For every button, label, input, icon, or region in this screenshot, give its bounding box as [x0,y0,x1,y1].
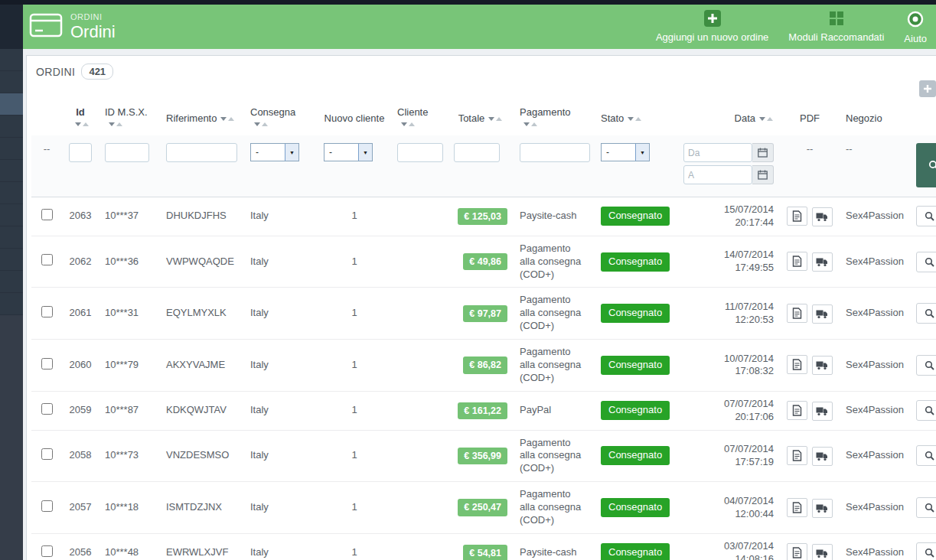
row-checkbox[interactable] [41,403,53,415]
sidebar-item[interactable] [0,160,23,182]
column-header-id-m-s-x-[interactable]: ID M.S.X. [99,99,160,135]
filter-empty: -- [807,143,814,155]
view-order-button[interactable] [916,497,936,518]
cell-date: 11/07/2014 [683,301,774,314]
cell-cliente [391,391,448,430]
column-header-riferimento[interactable]: Riferimento [160,99,244,135]
cell-riferimento: KDKQWJTAV [160,391,244,430]
filter-riferimento-input[interactable] [166,143,237,162]
add-new-button[interactable] [919,80,936,97]
sidebar-item[interactable] [0,182,23,204]
filter-cliente-input[interactable] [397,143,443,162]
row-checkbox[interactable] [41,448,53,460]
cell-pagamento: PayPal [514,391,595,430]
row-checkbox[interactable] [41,209,53,220]
row-checkbox[interactable] [41,254,53,265]
sort-arrows-icon [253,118,269,129]
cell-consegna: Italy [244,288,318,340]
cell-order-id: 2061 [62,288,99,340]
view-order-button[interactable] [916,252,936,272]
invoice-pdf-button[interactable] [787,498,807,517]
filter-consegna-select[interactable]: - ▼ [250,143,299,161]
cell-nuovo-cliente: 1 [318,391,391,430]
cell-consegna: Italy [244,197,318,236]
row-checkbox[interactable] [41,545,53,557]
view-order-button[interactable] [916,445,936,466]
invoice-pdf-button[interactable] [787,401,807,420]
view-order-button[interactable] [916,355,936,376]
sidebar-item[interactable] [0,49,23,71]
filter-date-to-input[interactable] [683,165,752,184]
add-order-button[interactable]: Aggiungi un nuovo ordine [656,10,768,43]
sort-arrows-icon [400,118,416,129]
delivery-pdf-button[interactable] [812,447,833,466]
cell-pagamento: Pagamento alla consegna (COD+) [514,340,595,392]
sidebar-logo-area[interactable] [0,5,23,49]
page-header: ORDINI Ordini Aggiungi un nuovo ordine M… [23,5,936,49]
delivery-pdf-button[interactable] [812,499,833,518]
cell-order-id: 2062 [62,236,99,288]
column-header-stato[interactable]: Stato [595,99,677,135]
filter-totale-input[interactable] [454,143,500,162]
sidebar-item[interactable] [0,138,23,160]
add-order-label: Aggiungi un nuovo ordine [656,31,768,43]
calendar-icon[interactable] [752,143,774,162]
cell-time: 17:57:19 [683,456,774,469]
column-header-id[interactable]: Id [62,99,99,135]
filter-nuovo-cliente-select[interactable]: - ▼ [324,143,373,161]
cell-negozio: Sex4Passion [840,340,910,392]
sidebar-item[interactable] [0,226,23,249]
row-checkbox[interactable] [41,306,53,317]
invoice-pdf-button[interactable] [787,446,807,465]
delivery-pdf-button[interactable] [812,402,833,421]
sidebar-item[interactable] [0,204,23,226]
total-badge: € 54,81 [463,545,507,560]
filter-pagamento-input[interactable] [520,143,590,162]
sidebar-item[interactable] [0,71,23,93]
column-header-pagamento[interactable]: Pagamento [514,99,595,135]
chevron-down-icon: ▼ [358,144,372,161]
column-header-cliente[interactable]: Cliente [391,99,448,135]
invoice-pdf-button[interactable] [787,207,807,226]
view-order-button[interactable] [916,400,936,421]
row-checkbox[interactable] [41,358,53,370]
cell-date: 10/07/2014 [683,353,774,366]
column-header-consegna[interactable]: Consegna [244,99,318,135]
view-order-button[interactable] [916,206,936,226]
magnifier-icon [925,548,934,558]
filter-msx-input[interactable] [105,143,149,162]
filter-date-from-input[interactable] [683,143,752,162]
sidebar-item[interactable] [0,271,23,293]
delivery-pdf-button[interactable] [812,356,833,375]
delivery-pdf-button[interactable] [812,207,833,226]
invoice-pdf-button[interactable] [787,543,807,560]
cell-negozio: Sex4Passion [840,236,910,288]
cell-date: 15/07/2014 [683,203,774,217]
filter-search-button[interactable] [916,143,936,187]
sidebar-item[interactable] [0,249,23,271]
delivery-pdf-button[interactable] [812,304,833,324]
recommended-modules-button[interactable]: Moduli Raccomandati [788,10,884,43]
delivery-pdf-button[interactable] [812,252,833,272]
delivery-pdf-button[interactable] [812,544,833,560]
sort-arrows-icon [108,118,123,129]
view-order-button[interactable] [916,542,936,560]
invoice-pdf-button[interactable] [787,355,807,374]
filter-stato-select[interactable]: - ▼ [601,143,650,161]
help-button[interactable]: Aiuto [904,10,927,44]
cell-nuovo-cliente: 1 [318,430,391,482]
invoice-pdf-button[interactable] [787,252,807,271]
filter-id-input[interactable] [69,143,92,162]
row-checkbox[interactable] [41,500,53,512]
status-badge: Consegnato [601,207,670,226]
column-header-data[interactable]: Data [677,99,780,135]
sidebar-item-active[interactable] [0,93,23,116]
sidebar-item[interactable] [0,293,23,315]
total-badge: € 250,47 [458,499,507,516]
sidebar-item[interactable] [0,116,23,138]
cell-nuovo-cliente: 1 [318,197,391,236]
calendar-icon[interactable] [752,165,774,184]
view-order-button[interactable] [916,303,936,324]
invoice-pdf-button[interactable] [787,304,807,323]
column-header-totale[interactable]: Totale [448,99,514,135]
